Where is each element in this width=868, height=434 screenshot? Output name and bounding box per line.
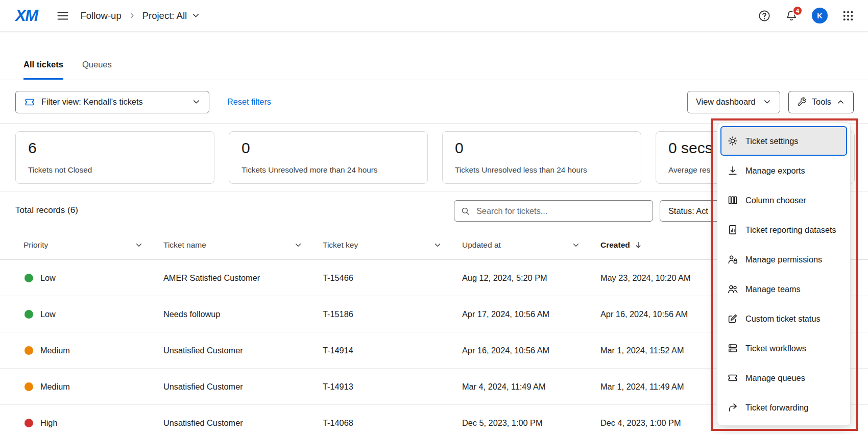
tools-menu-item-label: Manage queues: [745, 373, 805, 383]
chevron-down-icon: [572, 241, 580, 249]
ticket-name-cell: Needs followup: [163, 309, 323, 319]
tools-menu-item-label: Manage teams: [745, 284, 801, 294]
breadcrumb-chevron-right-icon: [128, 12, 136, 19]
reset-filters-link[interactable]: Reset filters: [227, 97, 271, 107]
tools-menu-item-label: Ticket workflows: [745, 344, 806, 353]
ticket-name-cell: AMER Satisfied Customer: [163, 273, 323, 283]
stat-card-label: Tickets not Closed: [28, 165, 202, 175]
column-header-ticket-name[interactable]: Ticket name: [163, 240, 323, 250]
tools-menu-item-ticket-workflows[interactable]: Ticket workflows: [720, 333, 847, 363]
chevron-down-icon: [433, 241, 442, 249]
chevron-down-icon: [192, 98, 201, 106]
filter-view-label: Filter view: Kendall's tickets: [41, 97, 143, 107]
tabs-bar: All ticketsQueues: [0, 51, 868, 80]
notification-badge: 4: [792, 6, 803, 16]
ticket-key-cell: T-15186: [323, 309, 462, 319]
priority-dot-high: [25, 419, 33, 427]
updated-at-cell: Apr 16, 2024, 10:56 AM: [462, 346, 600, 355]
priority-cell: High: [23, 418, 163, 428]
view-dashboard-label: View dashboard: [696, 97, 755, 107]
chevron-down-icon: [191, 11, 200, 20]
priority-dot-medium: [25, 346, 33, 355]
ticket-key-cell: T-14913: [323, 382, 462, 392]
chevron-down-icon: [135, 241, 143, 249]
tools-menu-item-ticket-reporting-datasets[interactable]: Ticket reporting datasets: [720, 215, 847, 245]
column-header-updated-at[interactable]: Updated at: [462, 240, 600, 250]
avatar[interactable]: K: [812, 8, 828, 23]
stat-card-label: Tickets Unresolved more than 24 hours: [242, 165, 415, 175]
ticket-name-cell: Unsatisfied Customer: [163, 418, 323, 428]
apps-grid-icon[interactable]: [841, 9, 855, 22]
sort-desc-icon: [634, 240, 643, 250]
column-header-priority[interactable]: Priority: [23, 240, 163, 250]
priority-cell: Low: [23, 309, 163, 319]
tools-label: Tools: [812, 97, 831, 107]
priority-label: Medium: [40, 346, 70, 355]
stat-card-label: Tickets Unresolved less than 24 hours: [455, 165, 629, 175]
priority-cell: Low: [23, 273, 163, 283]
tools-menu-item-label: Custom ticket status: [745, 314, 821, 324]
priority-cell: Medium: [23, 382, 163, 392]
priority-label: Low: [40, 273, 56, 283]
tools-menu-item-label: Ticket reporting datasets: [745, 225, 836, 235]
download-icon: [727, 165, 738, 176]
tools-menu-item-custom-ticket-status[interactable]: Custom ticket status: [720, 304, 847, 333]
tools-menu-item-manage-permissions[interactable]: Manage permissions: [720, 245, 847, 274]
help-icon[interactable]: [758, 9, 771, 22]
updated-at-cell: Apr 17, 2024, 10:56 AM: [462, 309, 600, 319]
stat-card-tickets-not-closed: 6Tickets not Closed: [15, 131, 214, 184]
app-root: XM Follow-up Project: All 4 K All ticket…: [0, 0, 868, 434]
chevron-up-icon: [836, 98, 845, 106]
ticket-key-cell: T-14068: [323, 418, 462, 428]
ticket-name-cell: Unsatisfied Customer: [163, 382, 323, 392]
search-input[interactable]: [475, 206, 646, 216]
search-box[interactable]: [454, 200, 653, 222]
tools-menu-item-label: Manage permissions: [745, 255, 822, 264]
filter-view-dropdown[interactable]: Filter view: Kendall's tickets: [15, 91, 209, 113]
notifications-button[interactable]: 4: [785, 9, 798, 22]
project-selector-label: Project: All: [142, 10, 187, 21]
ticket-key-cell: T-14914: [323, 346, 462, 355]
tab-queues[interactable]: Queues: [82, 51, 112, 80]
hamburger-menu-icon[interactable]: [56, 9, 69, 22]
tools-dropdown-button[interactable]: Tools: [788, 91, 854, 113]
priority-label: Medium: [40, 382, 70, 392]
view-dashboard-dropdown[interactable]: View dashboard: [687, 91, 780, 113]
chevron-down-icon: [763, 98, 771, 106]
filter-row-right: View dashboard Tools: [687, 91, 854, 113]
priority-cell: Medium: [23, 346, 163, 355]
topbar: XM Follow-up Project: All 4 K: [0, 0, 868, 32]
updated-at-cell: Aug 12, 2024, 5:20 PM: [462, 273, 600, 283]
workflow-icon: [727, 343, 738, 354]
column-header-label: Updated at: [462, 240, 501, 250]
column-header-label: Ticket key: [323, 240, 358, 250]
priority-label: High: [40, 418, 58, 428]
tools-menu-item-ticket-forwarding[interactable]: Ticket forwarding: [720, 393, 847, 422]
updated-at-cell: Dec 5, 2023, 1:00 PM: [462, 418, 600, 428]
stat-card-tickets-unresolved-more-than-24-hours: 0Tickets Unresolved more than 24 hours: [229, 131, 428, 184]
person-lock-icon: [727, 254, 738, 265]
ticket-name-cell: Unsatisfied Customer: [163, 346, 323, 355]
edit-icon: [727, 313, 738, 324]
tools-menu-item-ticket-settings[interactable]: Ticket settings: [720, 126, 847, 156]
ticket-icon: [24, 97, 35, 108]
project-selector-dropdown[interactable]: Project: All: [142, 10, 200, 21]
stat-card-tickets-unresolved-less-than-24-hours: 0Tickets Unresolved less than 24 hours: [442, 131, 641, 184]
priority-label: Low: [40, 309, 56, 319]
tools-menu: Ticket settingsManage exportsColumn choo…: [717, 123, 851, 426]
tools-menu-item-label: Ticket settings: [745, 136, 798, 146]
tools-menu-item-manage-exports[interactable]: Manage exports: [720, 156, 847, 185]
tools-menu-item-manage-queues[interactable]: Manage queues: [720, 363, 847, 393]
xm-logo[interactable]: XM: [15, 7, 38, 25]
column-header-label: Ticket name: [163, 240, 206, 250]
column-header-ticket-key[interactable]: Ticket key: [323, 240, 462, 250]
filter-row: Filter view: Kendall's tickets Reset fil…: [0, 81, 868, 124]
tools-menu-item-label: Ticket forwarding: [745, 403, 808, 413]
stat-card-value: 6: [28, 139, 202, 157]
tools-menu-item-manage-teams[interactable]: Manage teams: [720, 274, 847, 304]
search-icon: [461, 206, 470, 216]
tab-all-tickets[interactable]: All tickets: [23, 51, 63, 80]
tools-menu-item-label: Column chooser: [745, 196, 806, 205]
tools-menu-item-column-chooser[interactable]: Column chooser: [720, 185, 847, 215]
forward-icon: [727, 402, 738, 413]
